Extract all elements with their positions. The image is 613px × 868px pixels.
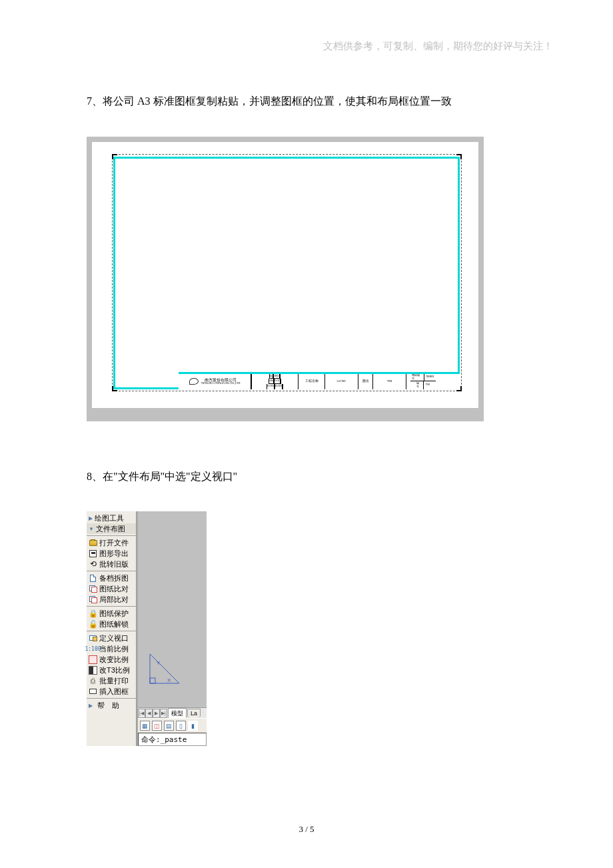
sig-r3c2: DATE: [267, 384, 275, 389]
compare-group: 备档拆图 图纸比对 局部比对: [87, 571, 136, 607]
sig-r2c4: DAT: [275, 379, 281, 383]
document-icon: [89, 574, 97, 583]
panel-help[interactable]: ▶ 帮 助: [87, 700, 136, 711]
tb-end-r1c2: XMBH: [424, 374, 435, 381]
panel-header-group: ▶ 绘图工具 ▼ 文件布图: [87, 511, 136, 536]
item-label: 图纸比对: [99, 584, 129, 594]
compare-icon: [89, 595, 97, 604]
t3-scale-icon: [89, 666, 97, 675]
command-prefix: 命令:: [141, 735, 161, 745]
tool-panel: ▶ 绘图工具 ▼ 文件布图 打开文件 图形导出 ⟲批转旧版 备档拆图 图纸比对 …: [87, 511, 137, 746]
tb-project-value: GCNC: [325, 374, 358, 389]
panel-footer-group: ▶ 帮 助: [87, 699, 136, 712]
current-scale-button[interactable]: 1:100当前比例: [87, 643, 136, 654]
change-scale-button[interactable]: 改变比例: [87, 654, 136, 665]
tb-end-r1c1: 项目编号: [410, 374, 424, 381]
drawing-title-block: 南方股份有限公司 TSINGHUA TONGFANG CO.,LTD 批 DRJ…: [179, 372, 460, 389]
cad-canvas-area: Y X |◀ ◀ ▶ ▶| 模型 La ▦ ◫ ▤ ▯ ▮ 命令: _paste: [137, 511, 207, 746]
tab-first-button[interactable]: |◀: [138, 709, 145, 718]
viewport-group: 定义视口 1:100当前比例 改变比例 改T3比例 ⎙批量打印 插入图框: [87, 631, 136, 699]
item-label: 改变比例: [99, 655, 129, 665]
toolbar-icon-5[interactable]: ▮: [188, 721, 198, 731]
command-line[interactable]: 命令: _paste: [138, 733, 207, 746]
cad-drawing-canvas[interactable]: Y X: [138, 511, 207, 707]
protect-group: 🔒图纸保护 🔓图纸解锁: [87, 607, 136, 631]
signature-grid: 批 DRJ 580 DAT DATE DATE: [252, 374, 299, 389]
tab-prev-button[interactable]: ◀: [145, 709, 153, 718]
step-7-text: 7、将公司 A3 标准图框复制粘贴，并调整图框的位置，使其和布局框位置一致: [87, 93, 526, 110]
ucs-y-label: Y: [157, 660, 161, 666]
scale-icon: 1:100: [89, 645, 97, 653]
panel-drawing-tools[interactable]: ▶ 绘图工具: [87, 513, 136, 523]
toolbar-icon-2[interactable]: ◫: [152, 721, 162, 731]
tb-drawing-value: TM: [373, 374, 406, 389]
item-label: 备档拆图: [99, 573, 129, 583]
lock-icon: 🔒: [89, 609, 97, 618]
change-t3-scale-button[interactable]: 改T3比例: [87, 665, 136, 675]
define-viewport-button[interactable]: 定义视口: [87, 633, 136, 643]
a3-drawing-frame: [113, 157, 460, 389]
panel-label: 绘图工具: [95, 513, 124, 523]
item-label: 批量打印: [99, 676, 129, 686]
page-number: 3 / 5: [0, 824, 613, 835]
protect-drawing-button[interactable]: 🔒图纸保护: [87, 608, 136, 619]
item-label: 图纸解锁: [99, 619, 129, 629]
printer-icon: ⎙: [89, 677, 97, 685]
item-label: 图纸保护: [99, 609, 129, 619]
tab-layout[interactable]: La: [187, 709, 201, 717]
compare-drawings-button[interactable]: 图纸比对: [87, 583, 136, 594]
compare-partial-button[interactable]: 局部比对: [87, 594, 136, 605]
batch-convert-button[interactable]: ⟲批转旧版: [87, 559, 136, 569]
item-label: 批转旧版: [99, 559, 129, 569]
export-drawing-button[interactable]: 图形导出: [87, 548, 136, 559]
svg-marker-0: [150, 654, 179, 683]
batch-print-button[interactable]: ⎙批量打印: [87, 675, 136, 686]
header-note: 文档供参考，可复制、编制，期待您的好评与关注！: [87, 40, 553, 53]
insert-frame-button[interactable]: 插入图框: [87, 686, 136, 697]
panel-label: 帮 助: [97, 701, 122, 711]
tab-model[interactable]: 模型: [168, 708, 187, 719]
collapse-right-icon: ▶: [89, 515, 93, 521]
tb-drawing-label: 图名: [358, 374, 373, 389]
tab-nav-buttons: |◀ ◀ ▶ ▶|: [138, 709, 167, 718]
tb-number-block: 项目编号 XMBH 编 号 TM: [406, 374, 440, 389]
tab-last-button[interactable]: ▶|: [160, 709, 167, 718]
toolbar-icon-1[interactable]: ▦: [140, 721, 150, 731]
panel-file-layout[interactable]: ▼ 文件布图: [87, 523, 136, 534]
step-8-text: 8、在"文件布局"中选"定义视口": [87, 468, 526, 485]
compare-icon: [89, 585, 97, 593]
floppy-disk-icon: [89, 549, 97, 558]
cad-paper-area: 南方股份有限公司 TSINGHUA TONGFANG CO.,LTD 批 DRJ…: [92, 142, 478, 408]
toolbar-icon-4[interactable]: ▯: [176, 721, 186, 731]
item-label: 局部比对: [99, 595, 129, 605]
file-group: 打开文件 图形导出 ⟲批转旧版: [87, 536, 136, 571]
company-logo-cell: 南方股份有限公司 TSINGHUA TONGFANG CO.,LTD: [179, 374, 252, 389]
company-name-en: TSINGHUA TONGFANG CO.,LTD: [201, 382, 241, 385]
viewport-icon: [89, 634, 97, 643]
item-label: 插入图框: [99, 687, 129, 697]
tab-next-button[interactable]: ▶: [153, 709, 160, 718]
cad-layout-screenshot: 南方股份有限公司 TSINGHUA TONGFANG CO.,LTD 批 DRJ…: [87, 137, 484, 421]
toolbar-screenshot: ▶ 绘图工具 ▼ 文件布图 打开文件 图形导出 ⟲批转旧版 备档拆图 图纸比对 …: [87, 511, 207, 746]
panel-label: 文件布图: [96, 524, 125, 534]
item-label: 定义视口: [99, 633, 129, 643]
open-file-button[interactable]: 打开文件: [87, 537, 136, 548]
item-label: 当前比例: [99, 644, 129, 654]
archive-split-button[interactable]: 备档拆图: [87, 573, 136, 583]
item-label: 改T3比例: [99, 665, 130, 675]
ucs-x-label: X: [167, 677, 171, 683]
scale-change-icon: [89, 655, 97, 664]
sig-r3c4: DATE: [275, 384, 283, 389]
sig-r2c2: 580: [269, 379, 274, 383]
svg-rect-1: [150, 678, 155, 683]
collapse-right-icon: ▶: [89, 703, 95, 709]
toolbar-icon-3[interactable]: ▤: [164, 721, 174, 731]
folder-open-icon: [89, 539, 97, 547]
unlock-drawing-button[interactable]: 🔓图纸解锁: [87, 619, 136, 629]
sig-r1c4: DRJ: [274, 374, 280, 379]
item-label: 打开文件: [99, 538, 129, 548]
layout-tabs-bar: |◀ ◀ ▶ ▶| 模型 La: [138, 707, 207, 718]
item-label: 图形导出: [99, 549, 129, 559]
company-logo-icon: [189, 378, 199, 385]
frame-icon: [89, 687, 97, 696]
